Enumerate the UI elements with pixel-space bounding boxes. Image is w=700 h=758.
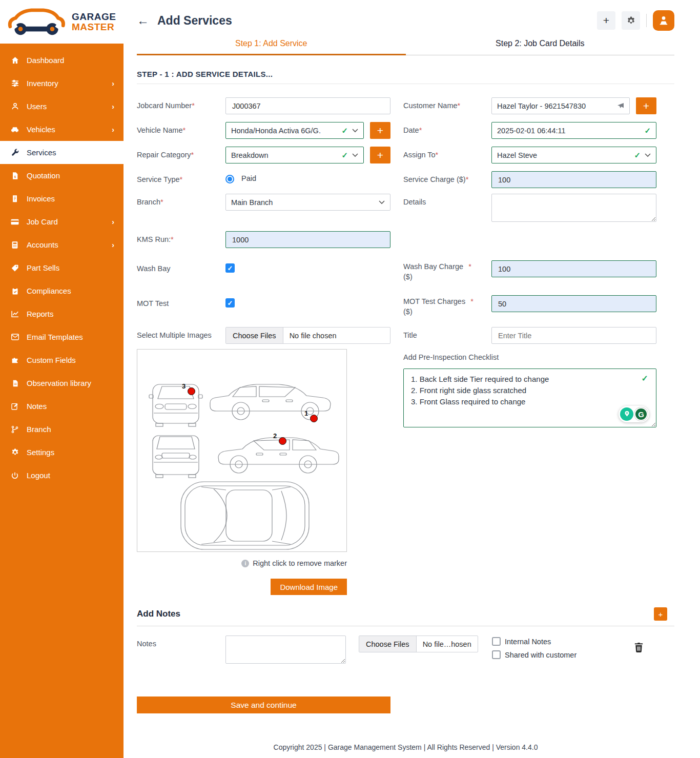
assign-to-select[interactable]: Hazel Steve ✓ xyxy=(491,147,656,163)
service-charge-input[interactable] xyxy=(491,171,656,188)
vehicle-diagram-column: 1 2 3 i Right click to remove marker Dow… xyxy=(137,349,347,595)
details-textarea[interactable] xyxy=(491,194,656,222)
home-icon xyxy=(10,56,19,65)
sidebar-item-invoices[interactable]: Invoices xyxy=(0,187,123,210)
user-avatar-button[interactable] xyxy=(653,10,674,31)
power-icon xyxy=(10,471,19,480)
step-tabs: Step 1: Add Service Step 2: Job Card Det… xyxy=(137,39,674,55)
back-arrow-icon[interactable]: ← xyxy=(137,14,149,27)
settings-gear-button[interactable] xyxy=(622,11,640,30)
branch-select[interactable]: Main Branch xyxy=(225,194,390,211)
vehicle-name-select[interactable]: Honda/Honda Activa 6G/G. ✓ xyxy=(225,122,364,139)
add-vehicle-button[interactable]: + xyxy=(370,122,390,139)
notes-options: Internal Notes Shared with customer xyxy=(492,636,577,659)
sidebar-item-notes[interactable]: Notes xyxy=(0,395,123,418)
garage-master-logo-icon xyxy=(5,7,68,37)
wash-bay-checkbox[interactable]: ✓ xyxy=(225,263,235,273)
images-file-input[interactable]: Choose Files No file chosen xyxy=(225,327,390,344)
add-button[interactable]: + xyxy=(597,11,615,30)
pre-inspection-checklist-textarea[interactable]: 1. Back Left side Tier required to chang… xyxy=(403,368,656,427)
sidebar-item-reports[interactable]: Reports xyxy=(0,302,123,325)
pre-inspection-column: Add Pre-Inspection Checklist 1. Back Lef… xyxy=(403,349,656,429)
chevron-right-icon: › xyxy=(112,241,114,249)
sidebar-item-part-sells[interactable]: Part Sells xyxy=(0,256,123,279)
service-type-paid-radio[interactable] xyxy=(225,175,234,183)
valid-check-icon: ✓ xyxy=(341,151,348,160)
paid-option-label: Paid xyxy=(241,171,256,183)
mot-test-charges-input[interactable] xyxy=(491,295,656,312)
grammarly-suggestion-icon[interactable] xyxy=(620,407,633,421)
grammarly-widget[interactable]: G xyxy=(619,406,649,422)
notes-file-input[interactable]: Choose Files No file…hosen xyxy=(359,636,478,652)
service-charge-label: Service Charge ($)* xyxy=(403,171,491,185)
tab-step2-job-card-details[interactable]: Step 2: Job Card Details xyxy=(406,39,675,55)
topbar: ← Add Services + xyxy=(137,0,674,31)
save-and-continue-button[interactable]: Save and continue xyxy=(137,696,390,713)
form-row: Select Multiple Images Choose Files No f… xyxy=(137,327,674,344)
sidebar-item-accounts[interactable]: Accounts › xyxy=(0,233,123,256)
sidebar-item-settings[interactable]: Settings xyxy=(0,441,123,464)
vehicle-damage-diagram[interactable]: 1 2 3 xyxy=(137,349,347,552)
wash-bay-label: Wash Bay xyxy=(137,260,225,274)
tab-step1-add-service[interactable]: Step 1: Add Service xyxy=(137,39,406,55)
service-type-label: Service Type* xyxy=(137,171,225,185)
wrench-icon xyxy=(10,148,19,157)
sidebar-item-quotation[interactable]: $ Quotation xyxy=(0,164,123,187)
calculator-icon xyxy=(10,240,19,250)
sidebar-item-compliances[interactable]: Compliances xyxy=(0,279,123,302)
sidebar-item-observation-library[interactable]: Observation library xyxy=(0,372,123,395)
valid-check-icon: ✓ xyxy=(644,126,651,135)
sidebar-item-branch[interactable]: Branch xyxy=(0,418,123,441)
title-label: Title xyxy=(403,327,491,341)
notes-row: Notes Choose Files No file…hosen Interna… xyxy=(137,636,674,664)
shared-with-customer-option[interactable]: Shared with customer xyxy=(492,650,577,659)
sidebar-item-inventory[interactable]: Inventory › xyxy=(0,72,123,95)
sidebar-item-vehicles[interactable]: Vehicles › xyxy=(0,118,123,141)
internal-notes-option[interactable]: Internal Notes xyxy=(492,637,577,646)
sidebar-item-dashboard[interactable]: Dashboard xyxy=(0,49,123,72)
add-repair-category-button[interactable]: + xyxy=(370,147,390,163)
brand-logo[interactable]: GARAGE MASTER xyxy=(0,0,123,44)
add-note-button[interactable]: + xyxy=(654,607,667,621)
date-label: Date* xyxy=(403,122,491,136)
title-input[interactable] xyxy=(491,327,656,344)
file-chosen-text: No file…hosen xyxy=(417,636,478,652)
date-input[interactable]: 2025-02-01 06:44:11 ✓ xyxy=(491,122,656,139)
quotation-file-icon: $ xyxy=(10,171,19,180)
footer-copyright: Copyright 2025 | Garage Management Syste… xyxy=(137,743,674,751)
sidebar-item-users[interactable]: Users › xyxy=(0,95,123,118)
file-chosen-text: No file chosen xyxy=(283,327,343,343)
shared-with-customer-checkbox[interactable] xyxy=(492,650,501,659)
form-row: Vehicle Name* Honda/Honda Activa 6G/G. ✓… xyxy=(137,122,674,139)
sidebar-item-email-templates[interactable]: Email Templates xyxy=(0,325,123,349)
kms-run-input[interactable] xyxy=(225,231,390,248)
sidebar-item-logout[interactable]: Logout xyxy=(0,464,123,487)
notes-textarea[interactable] xyxy=(225,636,346,664)
download-image-button[interactable]: Download Image xyxy=(271,579,347,595)
form-row: Service Type* Paid Service Charge ($)* xyxy=(137,171,674,188)
internal-notes-checkbox[interactable] xyxy=(492,637,501,646)
assign-to-label: Assign To* xyxy=(403,147,491,160)
sliders-icon xyxy=(10,79,19,88)
repair-category-select[interactable]: Breakdown ✓ xyxy=(225,147,364,163)
details-label: Details xyxy=(403,194,491,208)
wash-bay-charge-input[interactable] xyxy=(491,260,656,277)
sidebar-item-services[interactable]: Services xyxy=(0,141,123,164)
main-content: ← Add Services + Step 1: Add Service Ste… xyxy=(123,0,700,758)
add-customer-button[interactable]: + xyxy=(636,97,656,114)
jobcard-number-input[interactable] xyxy=(225,97,390,114)
delete-note-button[interactable] xyxy=(633,642,645,655)
customer-name-select[interactable]: Hazel Taylor - 9621547830 xyxy=(491,97,630,114)
user-avatar-icon xyxy=(658,15,669,26)
puzzle-icon xyxy=(10,356,19,365)
sidebar-item-job-card[interactable]: Job Card › xyxy=(0,210,123,233)
chevron-right-icon: › xyxy=(112,79,114,88)
choose-files-button[interactable]: Choose Files xyxy=(359,636,417,652)
sidebar-item-custom-fields[interactable]: Custom Fields xyxy=(0,349,123,372)
car-outline-sketch xyxy=(137,350,346,551)
chevron-down-icon xyxy=(352,129,358,133)
choose-files-button[interactable]: Choose Files xyxy=(226,327,283,343)
grammarly-g-icon[interactable]: G xyxy=(634,407,648,421)
mot-test-checkbox[interactable]: ✓ xyxy=(225,298,235,308)
user-icon xyxy=(10,102,19,111)
